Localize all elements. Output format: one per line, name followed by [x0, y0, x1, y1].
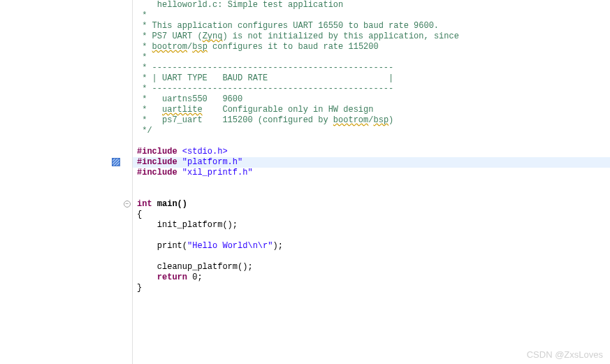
include-keyword: #include — [137, 147, 177, 156]
fold-collapse-icon[interactable]: − — [124, 201, 131, 208]
watermark-text: CSDN @ZxsLoves — [527, 349, 603, 360]
comment-text: ) — [388, 115, 393, 125]
brace: } — [137, 283, 142, 293]
string-literal: "Hello World\n\r" — [187, 241, 273, 251]
spell-warn: bsp — [373, 115, 388, 125]
comment-text: * --------------------------------------… — [137, 63, 393, 73]
comment-text: * — [137, 42, 152, 52]
comment-text: * --------------------------------------… — [137, 84, 393, 94]
comment-text: * — [137, 52, 147, 62]
indent — [137, 272, 157, 282]
include-file: "xil_printf.h" — [177, 168, 253, 177]
comment-text: * PS7 UART ( — [137, 31, 203, 41]
keyword-return: return — [157, 272, 187, 282]
spell-warn: uartlite — [162, 105, 203, 115]
main-signature: main() — [152, 199, 187, 209]
include-keyword: #include — [137, 157, 177, 167]
comment-text: */ — [137, 126, 152, 136]
spell-warn: bootrom — [152, 42, 187, 52]
comment-text: * — [137, 105, 162, 115]
comment-text: ) is not initialized by this application… — [222, 31, 458, 41]
keyword-int: int — [137, 199, 152, 209]
brace: { — [137, 210, 142, 219]
comment-text: configures it to baud rate 115200 — [208, 42, 379, 52]
spell-warn: bsp — [192, 42, 208, 52]
comment-text: * — [137, 10, 147, 20]
include-file: "platform.h" — [177, 157, 243, 167]
breakpoint-marker[interactable] — [112, 158, 120, 166]
spell-warn: Zynq — [203, 31, 223, 41]
code-statement: init_platform(); — [137, 220, 238, 230]
code-statement: cleanup_platform(); — [137, 262, 253, 272]
include-keyword: #include — [137, 168, 177, 177]
return-value: 0; — [187, 272, 203, 282]
comment-text: * uartns550 9600 — [137, 94, 242, 104]
comment-text: helloworld.c: Simple test application — [157, 0, 343, 10]
include-file: <stdio.h> — [177, 147, 228, 156]
editor-gutter — [108, 0, 133, 364]
code-statement: print( — [137, 241, 187, 251]
comment-text: * ps7_uart 115200 (configured by — [137, 115, 333, 125]
comment-text: * | UART TYPE BAUD RATE | — [137, 73, 393, 83]
code-statement: ); — [273, 241, 282, 251]
comment-text: * This application configures UART 16550… — [137, 21, 439, 31]
code-editor[interactable]: helloworld.c: Simple test application * … — [133, 0, 610, 293]
comment-text: Configurable only in HW design — [203, 105, 374, 115]
spell-warn: bootrom — [333, 115, 368, 125]
